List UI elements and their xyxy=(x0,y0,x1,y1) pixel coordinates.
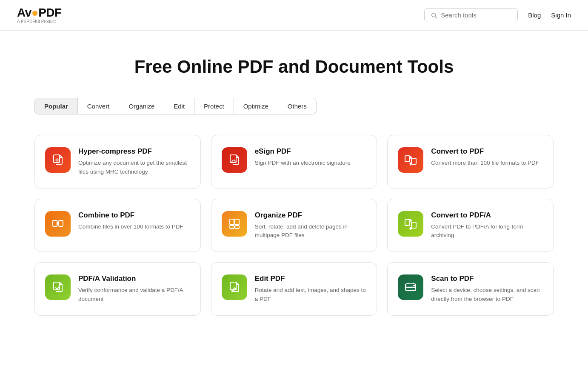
card-title-esign: eSign PDF xyxy=(255,147,367,156)
svg-rect-8 xyxy=(230,219,234,225)
svg-rect-9 xyxy=(235,219,239,225)
card-title-scan-to-pdf: Scan to PDF xyxy=(431,274,543,283)
card-content-convert-pdfa: Convert to PDF/A Convert PDF to PDF/A fo… xyxy=(431,211,543,240)
card-content-esign: eSign PDF Sign PDF with an electronic si… xyxy=(255,147,367,167)
card-content-organize-pdf: Organize PDF Sort, rotate, add and delet… xyxy=(255,211,367,240)
search-input[interactable] xyxy=(441,11,511,19)
main-content: Free Online PDF and Document Tools Popul… xyxy=(17,31,571,333)
card-title-combine-to-pdf: Combine to PDF xyxy=(78,211,190,220)
card-icon-organize-pdf xyxy=(222,211,247,237)
svg-point-17 xyxy=(413,285,415,286)
card-content-convert-to-pdf: Convert to PDF Convert more than 100 fil… xyxy=(431,147,543,167)
tool-card-hyper-compress[interactable]: Hyper-compress PDF Optimize any document… xyxy=(34,135,201,189)
tool-card-pdfa-validation[interactable]: PDF/A Validation Verify conformance and … xyxy=(34,262,201,316)
header-right: Blog Sign In xyxy=(424,8,571,22)
logo-text: Av●PDF xyxy=(17,7,62,19)
card-desc-pdfa-validation: Verify conformance and validate a PDF/A … xyxy=(78,286,190,303)
card-icon-scan-to-pdf xyxy=(398,274,423,300)
svg-rect-5 xyxy=(411,158,416,164)
card-content-pdfa-validation: PDF/A Validation Verify conformance and … xyxy=(78,274,190,303)
tab-popular[interactable]: Popular xyxy=(35,98,78,114)
card-desc-organize-pdf: Sort, rotate, add and delete pages in mu… xyxy=(255,223,367,240)
svg-rect-11 xyxy=(235,226,239,229)
logo[interactable]: Av●PDF A PSPDFKit Product xyxy=(17,7,62,24)
search-icon xyxy=(431,12,437,19)
tool-card-esign[interactable]: eSign PDF Sign PDF with an electronic si… xyxy=(211,135,377,189)
card-icon-combine-to-pdf xyxy=(45,211,71,237)
tab-convert[interactable]: Convert xyxy=(78,98,120,114)
tab-organize[interactable]: Organize xyxy=(119,98,164,114)
page-title: Free Online PDF and Document Tools xyxy=(34,56,554,77)
card-desc-convert-pdfa: Convert PDF to PDF/A for long-term archi… xyxy=(431,223,543,240)
card-title-hyper-compress: Hyper-compress PDF xyxy=(78,147,190,156)
tools-grid: Hyper-compress PDF Optimize any document… xyxy=(34,135,554,316)
card-title-edit-pdf: Edit PDF xyxy=(255,274,367,283)
card-icon-hyper-compress xyxy=(45,147,71,173)
category-tabs: PopularConvertOrganizeEditProtectOptimiz… xyxy=(34,98,317,114)
tab-protect[interactable]: Protect xyxy=(194,98,234,114)
tool-card-convert-pdfa[interactable]: Convert to PDF/A Convert PDF to PDF/A fo… xyxy=(387,199,554,252)
card-icon-esign xyxy=(222,147,247,173)
card-icon-convert-to-pdf xyxy=(398,147,423,173)
card-title-convert-to-pdf: Convert to PDF xyxy=(431,147,543,156)
card-icon-edit-pdf xyxy=(222,274,247,300)
signin-link[interactable]: Sign In xyxy=(551,11,571,19)
card-content-scan-to-pdf: Scan to PDF Select a device, choose sett… xyxy=(431,274,543,303)
logo-subtitle: A PSPDFKit Product xyxy=(17,20,62,24)
card-content-hyper-compress: Hyper-compress PDF Optimize any document… xyxy=(78,147,190,176)
tab-optimize[interactable]: Optimize xyxy=(234,98,278,114)
svg-rect-6 xyxy=(53,220,57,226)
card-desc-edit-pdf: Rotate and add text, images, and shapes … xyxy=(255,286,367,303)
card-content-combine-to-pdf: Combine to PDF Combine files in over 100… xyxy=(78,211,190,231)
tool-card-convert-to-pdf[interactable]: Convert to PDF Convert more than 100 fil… xyxy=(387,135,554,189)
card-title-pdfa-validation: PDF/A Validation xyxy=(78,274,190,283)
tool-card-combine-to-pdf[interactable]: Combine to PDF Combine files in over 100… xyxy=(34,199,201,252)
tab-others[interactable]: Others xyxy=(278,98,316,114)
svg-line-1 xyxy=(436,17,437,18)
header: Av●PDF A PSPDFKit Product Blog Sign In xyxy=(0,0,588,31)
card-desc-convert-to-pdf: Convert more than 100 file formats to PD… xyxy=(431,159,543,167)
tool-card-scan-to-pdf[interactable]: Scan to PDF Select a device, choose sett… xyxy=(387,262,554,316)
svg-rect-7 xyxy=(59,220,63,226)
svg-point-0 xyxy=(432,13,436,17)
card-icon-convert-pdfa xyxy=(398,211,423,237)
blog-link[interactable]: Blog xyxy=(528,11,541,19)
tab-edit[interactable]: Edit xyxy=(164,98,194,114)
tool-card-organize-pdf[interactable]: Organize PDF Sort, rotate, add and delet… xyxy=(211,199,377,252)
card-icon-pdfa-validation xyxy=(45,274,71,300)
card-desc-combine-to-pdf: Combine files in over 100 formats to PDF xyxy=(78,223,190,231)
card-title-organize-pdf: Organize PDF xyxy=(255,211,367,220)
card-title-convert-pdfa: Convert to PDF/A xyxy=(431,211,543,220)
card-desc-scan-to-pdf: Select a device, choose settings, and sc… xyxy=(431,286,543,303)
svg-rect-12 xyxy=(405,220,410,226)
card-desc-hyper-compress: Optimize any document to get the smalles… xyxy=(78,159,190,176)
card-content-edit-pdf: Edit PDF Rotate and add text, images, an… xyxy=(255,274,367,303)
svg-rect-13 xyxy=(411,222,416,228)
svg-rect-10 xyxy=(230,226,234,229)
search-box[interactable] xyxy=(424,8,518,22)
card-desc-esign: Sign PDF with an electronic signature xyxy=(255,159,367,167)
tool-card-edit-pdf[interactable]: Edit PDF Rotate and add text, images, an… xyxy=(211,262,377,316)
svg-rect-4 xyxy=(405,156,410,162)
